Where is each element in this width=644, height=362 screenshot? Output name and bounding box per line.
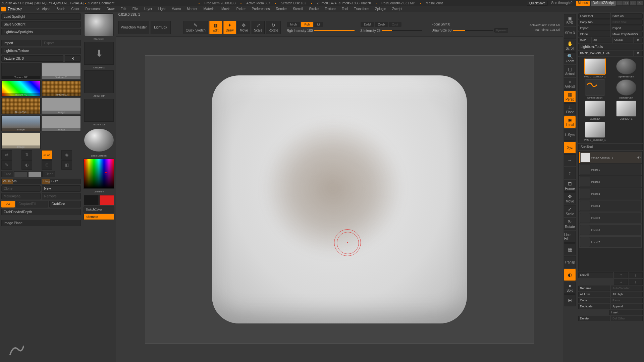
- rename-button[interactable]: Rename: [578, 286, 610, 291]
- lightbox-texture-button[interactable]: Lightbox▸Texture: [1, 48, 81, 54]
- linefill-button[interactable]: Line Fill: [564, 231, 576, 243]
- focal-shift-slider[interactable]: Focal Shift 0: [432, 22, 508, 26]
- subtool-item[interactable]: Insert 5: [579, 212, 642, 224]
- menu-macro[interactable]: Macro: [169, 6, 183, 11]
- panel-icon[interactable]: [1, 7, 6, 11]
- xyz-button[interactable]: Xyz: [564, 141, 576, 154]
- invert-icon[interactable]: ◐: [21, 160, 32, 170]
- tool-item[interactable]: [616, 58, 636, 74]
- draw-size-slider[interactable]: Draw Size 68 Dynamic: [432, 28, 508, 33]
- rotate-icon[interactable]: ↻: [1, 160, 12, 170]
- zoom-button[interactable]: 🔍Zoom: [564, 52, 576, 64]
- draw-button[interactable]: ✦Draw: [223, 21, 236, 34]
- stroke-thumb[interactable]: ⬇: [84, 42, 114, 65]
- delete-button[interactable]: Delete: [578, 316, 610, 321]
- texture-r-button[interactable]: R: [65, 55, 81, 62]
- texture-thumb[interactable]: Image: [42, 98, 81, 114]
- cd-button[interactable]: Cd: [1, 201, 15, 207]
- copy-tool-button[interactable]: Copy Tool: [578, 19, 610, 25]
- subtool-copy-button[interactable]: Copy: [578, 298, 610, 303]
- maximize-icon[interactable]: ▢: [623, 1, 629, 5]
- menu-alpha[interactable]: Alpha: [39, 6, 53, 11]
- menu-picker[interactable]: Picker: [234, 6, 249, 11]
- all-high-button[interactable]: All High: [611, 292, 643, 297]
- subtool-header[interactable]: SubTool: [578, 144, 643, 150]
- zcut-button[interactable]: Zcut: [389, 22, 401, 27]
- clear-button[interactable]: Clear: [42, 171, 55, 177]
- quicksave-button[interactable]: QuickSave: [527, 1, 548, 6]
- menu-zplugin[interactable]: Zplugin: [372, 6, 389, 11]
- actual-button[interactable]: ▢Actual: [564, 65, 576, 77]
- gradient-label[interactable]: Gradient: [94, 190, 104, 193]
- menu-light[interactable]: Light: [156, 6, 168, 11]
- goz-button[interactable]: GoZ: [578, 38, 591, 43]
- menu-file[interactable]: File: [130, 6, 141, 11]
- spotlight-add-icon[interactable]: ◉: [61, 150, 72, 160]
- lightbox-button[interactable]: LightBox: [151, 21, 171, 34]
- menu-zscript[interactable]: Zscript: [389, 6, 405, 11]
- list-all-button[interactable]: List All: [578, 272, 613, 278]
- zadd-button[interactable]: Zadd: [361, 22, 374, 27]
- rotate-button[interactable]: ↻Rotate: [266, 21, 280, 34]
- paste-tool-button[interactable]: Paste Tool: [611, 19, 643, 25]
- canvas[interactable]: [145, 55, 534, 344]
- eye-icon[interactable]: 👁: [637, 156, 641, 160]
- goz-r-button[interactable]: R: [634, 38, 643, 43]
- edit-button[interactable]: ▦Edit: [209, 21, 222, 34]
- tool-item[interactable]: [616, 101, 636, 117]
- current-texture[interactable]: Texture Off. 0: [1, 55, 63, 62]
- subtool-item[interactable]: PM3D_Cube3D_1 👁: [579, 152, 642, 163]
- grabdocdepth-button[interactable]: GrabDocAndDepth: [1, 209, 81, 215]
- scale-button[interactable]: ⤢Scale: [252, 21, 265, 34]
- material-thumb[interactable]: [84, 129, 114, 152]
- save-spotlight-button[interactable]: Save Spotlight: [1, 21, 81, 27]
- texture-thumb[interactable]: Texture 40: [1, 80, 41, 97]
- move-up-top-icon[interactable]: ⤒: [614, 272, 628, 278]
- aahalf-button[interactable]: ▫AAHalf: [564, 78, 576, 90]
- mrgb-button[interactable]: Mrgb: [287, 22, 301, 27]
- menu-document[interactable]: Document: [83, 6, 104, 11]
- bpr-button[interactable]: ▣BPR: [564, 14, 576, 26]
- menu-material[interactable]: Material: [201, 6, 218, 11]
- spix-button[interactable]: SPix 3: [564, 27, 576, 39]
- subtool-item[interactable]: Insert 6: [579, 224, 642, 236]
- quicksketch-button[interactable]: ✎Quick Sketch: [183, 21, 208, 34]
- all-low-button[interactable]: All Low: [578, 292, 610, 297]
- grad-main-swatch[interactable]: [28, 171, 42, 177]
- load-spotlight-button[interactable]: Load Spotlight: [1, 13, 81, 20]
- append-button[interactable]: Append: [611, 304, 643, 309]
- subtool-item[interactable]: Insert 3: [579, 188, 642, 199]
- texture-thumb[interactable]: BrushTxtr: [1, 98, 41, 114]
- ghost-button[interactable]: ◐: [564, 269, 576, 281]
- subtool-item[interactable]: Insert 2: [579, 176, 642, 187]
- nav-move-button[interactable]: ✥Move: [564, 192, 576, 204]
- symmetry-y-button[interactable]: ↕: [564, 167, 576, 179]
- floor-button[interactable]: ⊥Floor: [564, 103, 576, 115]
- color-picker[interactable]: [84, 159, 114, 189]
- minimize-icon[interactable]: –: [616, 1, 623, 5]
- subtool-item[interactable]: Insert 4: [579, 200, 642, 212]
- move-down-bottom-icon[interactable]: ⤓: [614, 279, 628, 285]
- menu-movie[interactable]: Movie: [219, 6, 233, 11]
- tool-item[interactable]: [585, 122, 605, 138]
- makealpha-button[interactable]: MakeAlpha: [1, 193, 41, 199]
- image-plane-header[interactable]: Image Plane: [1, 220, 81, 226]
- m-button[interactable]: M: [314, 22, 323, 27]
- subtool-item[interactable]: Insert 7: [579, 236, 642, 248]
- menu-draw[interactable]: Draw: [104, 6, 117, 11]
- tool-clone-button[interactable]: Clone: [578, 32, 610, 37]
- menu-stencil[interactable]: Stencil: [290, 6, 306, 11]
- make-polymesh-button[interactable]: Make PolyMesh3D: [611, 32, 643, 37]
- primary-color-swatch[interactable]: [99, 195, 114, 205]
- goz-visible-button[interactable]: Visible: [613, 38, 633, 43]
- subtool-paste-button[interactable]: Paste: [611, 298, 643, 303]
- nav-rotate-button[interactable]: ↻Rotate: [564, 218, 576, 230]
- texture-thumb[interactable]: Image: [42, 115, 81, 131]
- texture-thumb[interactable]: Texture Off: [1, 63, 41, 79]
- texture-thumb[interactable]: Image: [1, 133, 41, 149]
- move-button[interactable]: ✥Move: [237, 21, 250, 34]
- current-tool[interactable]: PM3D_Cube3D_1. 49: [578, 51, 633, 56]
- restore-icon[interactable]: ❐: [630, 1, 636, 5]
- grabdoc-button[interactable]: GrabDoc: [49, 201, 81, 207]
- lightbox-tools-button[interactable]: Lightbox▸Tools: [578, 44, 643, 50]
